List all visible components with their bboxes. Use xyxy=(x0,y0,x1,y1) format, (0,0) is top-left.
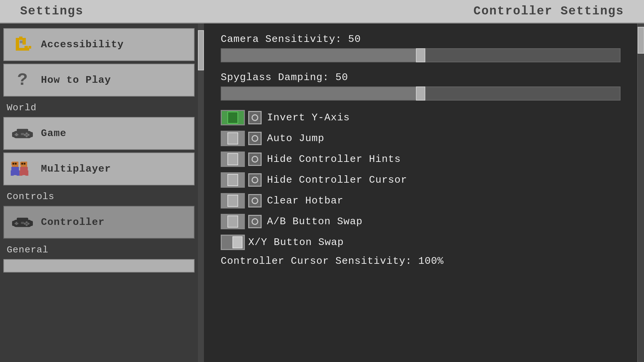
ab-button-swap-toggle[interactable] xyxy=(221,214,245,229)
auto-jump-row: Auto Jump xyxy=(221,131,621,146)
hide-controller-hints-circle xyxy=(252,156,258,163)
svg-rect-36 xyxy=(25,170,29,176)
right-scrollbar-track xyxy=(638,23,644,362)
camera-sensitivity-label: Camera Sensitivity: 50 xyxy=(221,34,621,45)
hide-controller-hints-label: Hide Controller Hints xyxy=(267,154,401,165)
auto-jump-knob xyxy=(227,132,238,144)
svg-rect-1 xyxy=(19,37,22,40)
game-controller-icon xyxy=(11,122,34,145)
ab-button-swap-row: A/B Button Swap xyxy=(221,214,621,229)
xy-button-swap-label: X/Y Button Swap xyxy=(248,237,344,248)
hide-controller-cursor-label: Hide Controller Cursor xyxy=(267,174,407,186)
xy-button-swap-knob xyxy=(232,236,243,248)
svg-rect-42 xyxy=(15,223,18,224)
sidebar-item-controller[interactable]: Controller xyxy=(3,206,195,239)
sidebar-item-how-to-play[interactable]: ? How to Play xyxy=(3,64,195,97)
svg-rect-4 xyxy=(22,41,26,45)
svg-rect-32 xyxy=(21,163,23,164)
svg-point-19 xyxy=(24,134,26,136)
invert-y-axis-circle xyxy=(252,114,258,121)
game-label: Game xyxy=(41,128,66,139)
right-scrollbar[interactable] xyxy=(637,23,644,362)
invert-y-axis-icon[interactable] xyxy=(248,111,262,124)
svg-rect-28 xyxy=(17,170,20,176)
svg-rect-2 xyxy=(22,38,26,41)
camera-sensitivity-slider[interactable] xyxy=(221,48,621,62)
svg-rect-40 xyxy=(17,218,28,222)
clear-hotbar-circle xyxy=(252,197,258,204)
svg-point-45 xyxy=(25,224,28,226)
svg-point-46 xyxy=(24,223,26,225)
clear-hotbar-knob xyxy=(227,195,238,207)
right-scrollbar-thumb[interactable] xyxy=(638,27,644,54)
invert-y-axis-toggle[interactable] xyxy=(221,110,245,125)
xy-button-swap-row: X/Y Button Swap xyxy=(221,235,621,250)
svg-rect-3 xyxy=(16,41,19,45)
auto-jump-icon[interactable] xyxy=(248,132,262,145)
hide-controller-cursor-icon[interactable] xyxy=(248,173,262,187)
clear-hotbar-row: Clear Hotbar xyxy=(221,193,621,208)
svg-rect-23 xyxy=(17,162,18,165)
svg-point-17 xyxy=(28,134,30,136)
hide-controller-hints-icon[interactable] xyxy=(248,153,262,166)
ab-button-swap-icon[interactable] xyxy=(248,215,262,228)
svg-rect-31 xyxy=(26,162,28,165)
svg-rect-8 xyxy=(29,46,31,49)
svg-rect-24 xyxy=(12,163,14,164)
panel-title: Controller Settings xyxy=(474,4,624,18)
hide-controller-cursor-toggle[interactable] xyxy=(221,172,245,188)
invert-y-axis-knob xyxy=(227,112,238,124)
world-section-label: World xyxy=(0,98,198,116)
svg-rect-9 xyxy=(20,41,22,43)
hide-controller-hints-row: Hide Controller Hints xyxy=(221,152,621,167)
svg-rect-27 xyxy=(11,170,14,176)
controller-label: Controller xyxy=(41,217,105,228)
clear-hotbar-label: Clear Hotbar xyxy=(267,195,343,206)
question-icon: ? xyxy=(11,68,34,92)
sidebar: Accessibility ? How to Play World xyxy=(0,23,198,362)
xy-button-swap-toggle[interactable] xyxy=(221,235,245,250)
svg-rect-47 xyxy=(21,222,24,224)
svg-point-44 xyxy=(28,223,30,225)
clear-hotbar-toggle[interactable] xyxy=(221,193,245,208)
hide-controller-hints-toggle[interactable] xyxy=(221,152,245,167)
svg-rect-30 xyxy=(20,162,21,165)
main-content: Accessibility ? How to Play World xyxy=(0,23,644,362)
controller-cursor-sensitivity-label: Controller Cursor Sensitivity: 100% xyxy=(221,255,444,267)
how-to-play-label: How to Play xyxy=(41,74,111,86)
ab-button-swap-circle xyxy=(252,218,258,225)
general-section-label: General xyxy=(0,240,198,258)
right-panel: Camera Sensitivity: 50 Spyglass Damping:… xyxy=(204,23,637,362)
auto-jump-circle xyxy=(252,135,258,142)
sidebar-scrollbar-track xyxy=(198,23,204,362)
ab-button-swap-label: A/B Button Swap xyxy=(267,216,363,227)
clear-hotbar-icon[interactable] xyxy=(248,194,262,207)
svg-rect-0 xyxy=(16,38,19,41)
svg-rect-35 xyxy=(19,170,22,176)
auto-jump-toggle[interactable] xyxy=(221,131,245,146)
sidebar-scrollbar[interactable] xyxy=(198,23,204,362)
spyglass-damping-slider[interactable] xyxy=(221,86,621,101)
svg-rect-5 xyxy=(16,45,19,48)
spyglass-damping-thumb[interactable] xyxy=(416,86,425,101)
sidebar-item-accessibility[interactable]: Accessibility xyxy=(3,28,195,61)
svg-point-16 xyxy=(25,132,28,134)
svg-rect-15 xyxy=(15,134,18,135)
controls-section-label: Controls xyxy=(0,187,198,204)
multiplayer-label: Multiplayer xyxy=(41,163,111,175)
svg-rect-20 xyxy=(21,133,24,135)
sidebar-scrollbar-thumb[interactable] xyxy=(198,30,204,70)
spyglass-damping-label: Spyglass Damping: 50 xyxy=(221,72,621,83)
svg-rect-33 xyxy=(24,163,25,164)
camera-sensitivity-thumb[interactable] xyxy=(416,48,425,62)
svg-rect-7 xyxy=(24,46,28,49)
hide-controller-cursor-row: Hide Controller Cursor xyxy=(221,172,621,188)
svg-rect-13 xyxy=(17,129,28,133)
invert-y-axis-label: Invert Y-Axis xyxy=(267,112,350,123)
sidebar-item-general-partial[interactable] xyxy=(3,259,195,273)
svg-rect-22 xyxy=(11,162,13,165)
sidebar-item-game[interactable]: Game xyxy=(3,117,195,150)
ab-button-swap-knob xyxy=(227,216,238,228)
sidebar-item-multiplayer[interactable]: Multiplayer xyxy=(3,153,195,185)
spyglass-damping-setting: Spyglass Damping: 50 xyxy=(221,72,621,101)
